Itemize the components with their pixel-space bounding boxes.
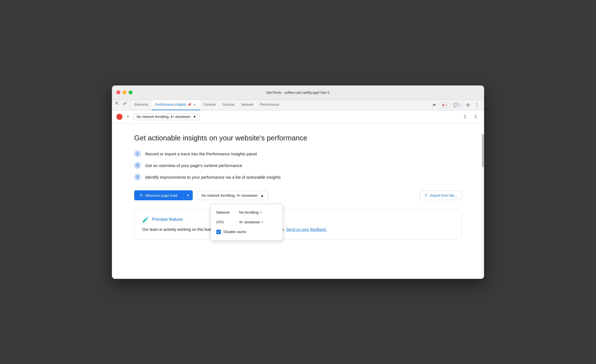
tab-performance-insights[interactable]: Performance insights 📌 ✕ — [152, 100, 200, 110]
cpu-select-arrow-icon: ▾ — [262, 221, 263, 224]
refresh-icon: ↻ — [140, 193, 143, 198]
network-row: Network No throttling ▾ — [211, 208, 282, 217]
scrollbar-thumb[interactable] — [482, 134, 484, 167]
tab-spacer — [283, 100, 428, 110]
toolbar: ▼ No network throttling, 4× slowdown ▼ ⇧… — [112, 110, 484, 123]
preview-card: 🧪 Preview feature Our team is actively w… — [134, 209, 462, 239]
cpu-row: CPU 4× slowdown ▾ — [211, 217, 282, 227]
traffic-lights — [116, 90, 132, 94]
inspect-icon[interactable]: ⇱ — [113, 100, 121, 108]
toolbar-throttle-select[interactable]: No network throttling, 4× slowdown ▼ — [134, 113, 199, 120]
network-select[interactable]: No throttling ▾ — [239, 210, 262, 214]
error-badge[interactable]: ⊗ 1 — [439, 102, 450, 108]
measure-page-load-button[interactable]: ↻ Measure page load — [134, 190, 183, 200]
step-text-2: Get an overview of your page's runtime p… — [145, 163, 242, 168]
network-label: Network — [216, 210, 236, 214]
tab-performance[interactable]: Performance — [257, 100, 283, 110]
record-button[interactable] — [116, 114, 122, 120]
window-title: DevTools - coffee-cart.netlify.app/?ad=1 — [266, 90, 330, 95]
download-icon[interactable]: ⇩ — [471, 113, 480, 121]
step-item: 3 Identify improvements to your performa… — [134, 174, 462, 180]
close-button[interactable] — [116, 90, 120, 94]
disable-cache-row: Disable cache — [211, 227, 282, 237]
devtools-tab-bar: ⇱ ☍ Elements Performance insights 📌 ✕ Co… — [112, 100, 484, 110]
throttle-dropdown-popup: Network No throttling ▾ CPU 4× slowdown … — [211, 204, 283, 241]
measure-btn-dropdown[interactable]: ▼ — [183, 190, 193, 200]
main-content: Get actionable insights on your website'… — [112, 123, 484, 279]
tab-sources[interactable]: Sources — [219, 100, 238, 110]
scrollbar[interactable] — [482, 134, 484, 279]
page-title: Get actionable insights on your website'… — [134, 133, 462, 143]
preview-card-text: Our team is actively working on this fea… — [142, 227, 454, 232]
step-item: 2 Get an overview of your page's runtime… — [134, 162, 462, 169]
divider — [130, 102, 130, 108]
tab-console[interactable]: Console — [200, 100, 219, 110]
measure-btn-group: ↻ Measure page load ▼ — [134, 190, 193, 200]
more-tabs-icon[interactable]: ≫ — [430, 101, 438, 109]
throttle-dropdown-button[interactable]: No network throttling, 4× slowdown ▲ — [197, 191, 268, 200]
step-number-2: 2 — [134, 162, 141, 169]
step-item: 1 Record or import a trace into the Perf… — [134, 150, 462, 157]
step-text-3: Identify improvements to your performanc… — [145, 175, 281, 180]
more-options-icon[interactable]: ⋮ — [473, 101, 481, 109]
devtools-actions: ≫ ⊗ 1 💬 1 ⚙ ⋮ — [428, 100, 483, 110]
tab-network[interactable]: Network — [238, 100, 257, 110]
flask-icon: 🧪 — [142, 216, 149, 223]
device-toggle-icon[interactable]: ☍ — [121, 100, 129, 108]
throttle-select-arrow-icon: ▼ — [193, 115, 196, 119]
message-icon: 💬 — [454, 103, 458, 107]
disable-cache-checkbox[interactable] — [216, 230, 221, 234]
throttle-dropdown-arrow-icon: ▲ — [260, 193, 264, 198]
disable-cache-label: Disable cache — [224, 230, 246, 234]
import-icon: ⇧ — [424, 193, 428, 198]
checkmark-icon — [217, 231, 220, 233]
feedback-link[interactable]: Send us your feedback. — [286, 227, 327, 232]
message-badge[interactable]: 💬 1 — [451, 102, 463, 108]
cpu-select[interactable]: 4× slowdown ▾ — [239, 220, 263, 224]
tab-elements[interactable]: Elements — [131, 100, 152, 110]
step-text-1: Record or import a trace into the Perfor… — [145, 151, 257, 156]
tab-close-button[interactable]: ✕ — [192, 102, 197, 107]
steps-list: 1 Record or import a trace into the Perf… — [134, 150, 462, 180]
devtools-window: DevTools - coffee-cart.netlify.app/?ad=1… — [112, 85, 484, 279]
title-bar: DevTools - coffee-cart.netlify.app/?ad=1 — [112, 85, 484, 100]
import-from-file-button[interactable]: ⇧ Import from file... — [420, 191, 462, 200]
step-number-1: 1 — [134, 150, 141, 157]
record-dropdown-arrow[interactable]: ▼ — [125, 113, 131, 120]
preview-feature-header: 🧪 Preview feature — [142, 216, 454, 223]
cpu-label: CPU — [216, 220, 236, 224]
upload-icon[interactable]: ⇧ — [461, 113, 469, 121]
preview-feature-label: Preview feature — [152, 217, 183, 222]
pin-icon: 📌 — [187, 103, 191, 107]
minimize-button[interactable] — [122, 90, 126, 94]
maximize-button[interactable] — [129, 90, 132, 94]
network-select-arrow-icon: ▾ — [260, 211, 262, 214]
error-icon: ⊗ — [442, 103, 445, 107]
settings-icon[interactable]: ⚙ — [464, 101, 472, 109]
action-row: ↻ Measure page load ▼ No network throttl… — [134, 190, 462, 200]
step-number-3: 3 — [134, 174, 141, 180]
